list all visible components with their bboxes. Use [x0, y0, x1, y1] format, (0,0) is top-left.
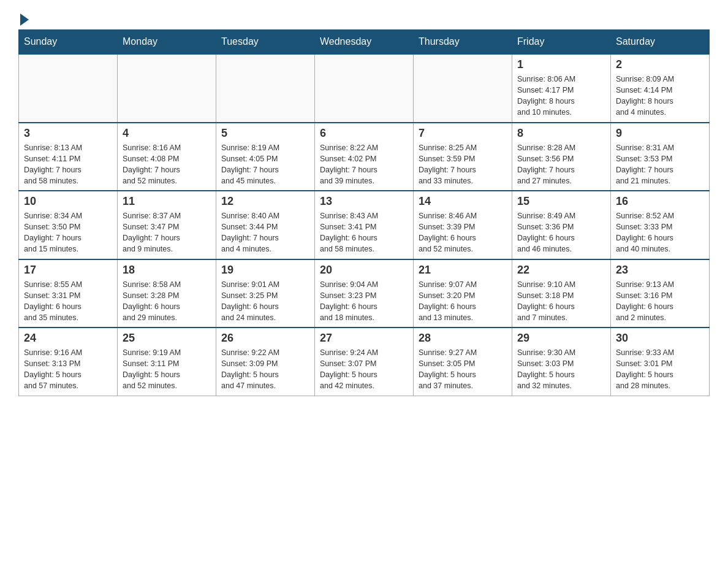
- day-info: Sunrise: 9:19 AMSunset: 3:11 PMDaylight:…: [123, 347, 211, 392]
- calendar-day-cell: 20Sunrise: 9:04 AMSunset: 3:23 PMDayligh…: [315, 259, 414, 328]
- calendar-day-cell: 22Sunrise: 9:10 AMSunset: 3:18 PMDayligh…: [512, 259, 611, 328]
- calendar-day-cell: 26Sunrise: 9:22 AMSunset: 3:09 PMDayligh…: [216, 327, 315, 396]
- day-number: 24: [24, 332, 112, 345]
- day-number: 2: [616, 58, 704, 71]
- calendar-day-cell: 7Sunrise: 8:25 AMSunset: 3:59 PMDaylight…: [414, 123, 512, 191]
- weekday-header-monday: Monday: [118, 30, 216, 55]
- day-info: Sunrise: 8:25 AMSunset: 3:59 PMDaylight:…: [419, 142, 507, 187]
- logo-arrow-icon: [20, 13, 29, 26]
- day-number: 23: [616, 264, 704, 277]
- day-info: Sunrise: 8:16 AMSunset: 4:08 PMDaylight:…: [123, 142, 211, 187]
- day-number: 27: [320, 332, 408, 345]
- weekday-header-saturday: Saturday: [611, 30, 710, 55]
- calendar-day-cell: 17Sunrise: 8:55 AMSunset: 3:31 PMDayligh…: [19, 259, 118, 328]
- calendar-day-cell: 30Sunrise: 9:33 AMSunset: 3:01 PMDayligh…: [611, 327, 710, 396]
- day-number: 19: [221, 264, 309, 277]
- day-info: Sunrise: 8:46 AMSunset: 3:39 PMDaylight:…: [419, 210, 507, 255]
- day-info: Sunrise: 9:30 AMSunset: 3:03 PMDaylight:…: [517, 347, 605, 392]
- calendar-day-cell: [118, 54, 216, 123]
- day-info: Sunrise: 8:13 AMSunset: 4:11 PMDaylight:…: [24, 142, 112, 187]
- day-info: Sunrise: 9:33 AMSunset: 3:01 PMDaylight:…: [616, 347, 704, 392]
- day-info: Sunrise: 9:04 AMSunset: 3:23 PMDaylight:…: [320, 279, 408, 324]
- calendar-day-cell: [216, 54, 315, 123]
- day-info: Sunrise: 8:09 AMSunset: 4:14 PMDaylight:…: [616, 74, 704, 118]
- calendar-day-cell: 16Sunrise: 8:52 AMSunset: 3:33 PMDayligh…: [611, 191, 710, 259]
- calendar-day-cell: 9Sunrise: 8:31 AMSunset: 3:53 PMDaylight…: [611, 123, 710, 191]
- calendar-day-cell: [315, 54, 414, 123]
- calendar-day-cell: 18Sunrise: 8:58 AMSunset: 3:28 PMDayligh…: [118, 259, 216, 328]
- calendar-day-cell: 3Sunrise: 8:13 AMSunset: 4:11 PMDaylight…: [19, 123, 118, 191]
- day-info: Sunrise: 8:40 AMSunset: 3:44 PMDaylight:…: [221, 210, 309, 255]
- page-header: [18, 12, 710, 23]
- calendar-day-cell: 23Sunrise: 9:13 AMSunset: 3:16 PMDayligh…: [611, 259, 710, 328]
- day-info: Sunrise: 8:28 AMSunset: 3:56 PMDaylight:…: [517, 142, 605, 187]
- calendar-day-cell: 1Sunrise: 8:06 AMSunset: 4:17 PMDaylight…: [512, 54, 611, 123]
- day-info: Sunrise: 8:34 AMSunset: 3:50 PMDaylight:…: [24, 210, 112, 255]
- calendar-day-cell: 28Sunrise: 9:27 AMSunset: 3:05 PMDayligh…: [414, 327, 512, 396]
- day-info: Sunrise: 9:13 AMSunset: 3:16 PMDaylight:…: [616, 279, 704, 324]
- calendar-day-cell: 27Sunrise: 9:24 AMSunset: 3:07 PMDayligh…: [315, 327, 414, 396]
- calendar-day-cell: [19, 54, 118, 123]
- calendar-day-cell: 8Sunrise: 8:28 AMSunset: 3:56 PMDaylight…: [512, 123, 611, 191]
- day-number: 11: [123, 195, 211, 208]
- day-number: 18: [123, 264, 211, 277]
- day-number: 29: [517, 332, 605, 345]
- day-number: 8: [517, 127, 605, 140]
- calendar-day-cell: 11Sunrise: 8:37 AMSunset: 3:47 PMDayligh…: [118, 191, 216, 259]
- calendar-week-row: 17Sunrise: 8:55 AMSunset: 3:31 PMDayligh…: [19, 259, 710, 328]
- day-info: Sunrise: 8:31 AMSunset: 3:53 PMDaylight:…: [616, 142, 704, 187]
- weekday-header-tuesday: Tuesday: [216, 30, 315, 55]
- calendar-day-cell: 13Sunrise: 8:43 AMSunset: 3:41 PMDayligh…: [315, 191, 414, 259]
- day-info: Sunrise: 9:27 AMSunset: 3:05 PMDaylight:…: [419, 347, 507, 392]
- calendar-day-cell: 15Sunrise: 8:49 AMSunset: 3:36 PMDayligh…: [512, 191, 611, 259]
- day-number: 26: [221, 332, 309, 345]
- day-info: Sunrise: 8:43 AMSunset: 3:41 PMDaylight:…: [320, 210, 408, 255]
- day-number: 7: [419, 127, 507, 140]
- calendar-day-cell: 4Sunrise: 8:16 AMSunset: 4:08 PMDaylight…: [118, 123, 216, 191]
- day-number: 14: [419, 195, 507, 208]
- day-info: Sunrise: 8:55 AMSunset: 3:31 PMDaylight:…: [24, 279, 112, 324]
- weekday-header-friday: Friday: [512, 30, 611, 55]
- day-info: Sunrise: 8:52 AMSunset: 3:33 PMDaylight:…: [616, 210, 704, 255]
- calendar-day-cell: 19Sunrise: 9:01 AMSunset: 3:25 PMDayligh…: [216, 259, 315, 328]
- day-number: 25: [123, 332, 211, 345]
- day-number: 15: [517, 195, 605, 208]
- calendar-day-cell: 29Sunrise: 9:30 AMSunset: 3:03 PMDayligh…: [512, 327, 611, 396]
- day-info: Sunrise: 8:19 AMSunset: 4:05 PMDaylight:…: [221, 142, 309, 187]
- day-info: Sunrise: 9:10 AMSunset: 3:18 PMDaylight:…: [517, 279, 605, 324]
- calendar-week-row: 24Sunrise: 9:16 AMSunset: 3:13 PMDayligh…: [19, 327, 710, 396]
- day-number: 20: [320, 264, 408, 277]
- calendar-table: SundayMondayTuesdayWednesdayThursdayFrid…: [18, 29, 710, 396]
- calendar-week-row: 10Sunrise: 8:34 AMSunset: 3:50 PMDayligh…: [19, 191, 710, 259]
- day-info: Sunrise: 8:58 AMSunset: 3:28 PMDaylight:…: [123, 279, 211, 324]
- calendar-day-cell: 25Sunrise: 9:19 AMSunset: 3:11 PMDayligh…: [118, 327, 216, 396]
- day-number: 3: [24, 127, 112, 140]
- day-number: 21: [419, 264, 507, 277]
- day-info: Sunrise: 8:37 AMSunset: 3:47 PMDaylight:…: [123, 210, 211, 255]
- day-info: Sunrise: 9:01 AMSunset: 3:25 PMDaylight:…: [221, 279, 309, 324]
- weekday-header-wednesday: Wednesday: [315, 30, 414, 55]
- day-info: Sunrise: 9:24 AMSunset: 3:07 PMDaylight:…: [320, 347, 408, 392]
- calendar-week-row: 3Sunrise: 8:13 AMSunset: 4:11 PMDaylight…: [19, 123, 710, 191]
- day-number: 9: [616, 127, 704, 140]
- day-info: Sunrise: 8:06 AMSunset: 4:17 PMDaylight:…: [517, 74, 605, 118]
- day-number: 6: [320, 127, 408, 140]
- day-info: Sunrise: 8:49 AMSunset: 3:36 PMDaylight:…: [517, 210, 605, 255]
- weekday-header-row: SundayMondayTuesdayWednesdayThursdayFrid…: [19, 30, 710, 55]
- calendar-day-cell: 2Sunrise: 8:09 AMSunset: 4:14 PMDaylight…: [611, 54, 710, 123]
- calendar-day-cell: 24Sunrise: 9:16 AMSunset: 3:13 PMDayligh…: [19, 327, 118, 396]
- day-number: 1: [517, 58, 605, 71]
- weekday-header-thursday: Thursday: [414, 30, 512, 55]
- weekday-header-sunday: Sunday: [19, 30, 118, 55]
- day-number: 16: [616, 195, 704, 208]
- day-info: Sunrise: 8:22 AMSunset: 4:02 PMDaylight:…: [320, 142, 408, 187]
- calendar-day-cell: 12Sunrise: 8:40 AMSunset: 3:44 PMDayligh…: [216, 191, 315, 259]
- day-number: 13: [320, 195, 408, 208]
- calendar-day-cell: 6Sunrise: 8:22 AMSunset: 4:02 PMDaylight…: [315, 123, 414, 191]
- day-info: Sunrise: 9:07 AMSunset: 3:20 PMDaylight:…: [419, 279, 507, 324]
- calendar-day-cell: 10Sunrise: 8:34 AMSunset: 3:50 PMDayligh…: [19, 191, 118, 259]
- day-number: 22: [517, 264, 605, 277]
- calendar-day-cell: [414, 54, 512, 123]
- day-info: Sunrise: 9:16 AMSunset: 3:13 PMDaylight:…: [24, 347, 112, 392]
- calendar-day-cell: 5Sunrise: 8:19 AMSunset: 4:05 PMDaylight…: [216, 123, 315, 191]
